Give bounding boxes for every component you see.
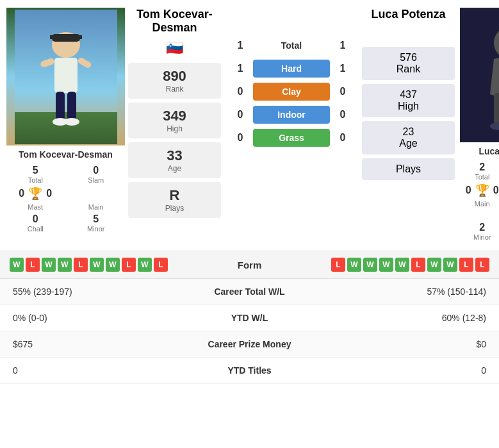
left-slam-value: 0 xyxy=(67,165,126,176)
hard-badge: Hard xyxy=(253,60,330,78)
form-section: WLWWLWWLWL Form LWWWWLWWLL xyxy=(0,251,499,279)
right-form-badges: LWWWWLWWLL xyxy=(331,258,489,272)
svg-rect-5 xyxy=(54,58,78,93)
clay-badge: Clay xyxy=(253,83,330,101)
career-stat-left-0: 55% (239-197) xyxy=(13,286,186,297)
right-age-label: Age xyxy=(365,138,452,149)
career-stat-label-2: Career Prize Money xyxy=(186,339,314,349)
svg-point-11 xyxy=(64,118,79,126)
left-stats-block: Tom Kocevar-Desman 🇸🇮 890 Rank 349 High … xyxy=(125,8,224,222)
right-main-label-row: Main xyxy=(458,200,499,219)
right-form-badge-w: W xyxy=(443,258,457,272)
left-player-block: Tom Kocevar-Desman 5 Total 0 Slam 0 🏆 0 xyxy=(6,8,125,233)
left-minor-label: Minor xyxy=(67,225,126,233)
right-total-stat: 2 Total xyxy=(458,162,499,181)
left-high-label: High xyxy=(131,124,218,133)
left-plays-value: R xyxy=(131,187,218,204)
hard-left-score: 1 xyxy=(227,63,253,74)
left-form-badge-w: W xyxy=(58,258,72,272)
hard-right-score: 1 xyxy=(330,63,356,74)
right-main-value: 0 xyxy=(493,185,499,196)
right-player-photo xyxy=(460,8,500,142)
left-plays-label: Plays xyxy=(131,204,218,213)
left-high-value: 349 xyxy=(131,108,218,124)
right-rank-label: Rank xyxy=(365,63,452,75)
svg-rect-1 xyxy=(15,112,117,144)
right-total-label: Total xyxy=(458,173,499,181)
right-mast-stat: 0 🏆 0 xyxy=(458,183,499,197)
indoor-row: 0 Indoor 0 xyxy=(227,106,356,124)
left-mast-stat: 0 🏆 0 xyxy=(6,187,65,201)
grass-left-score: 0 xyxy=(227,132,253,144)
left-mast-value: 0 xyxy=(19,188,24,199)
right-rank-value: 576 xyxy=(365,52,452,63)
total-right-score: 1 xyxy=(330,40,356,51)
career-stats-row-1: 0% (0-0)YTD W/L60% (12-8) xyxy=(0,305,499,331)
left-player-photo xyxy=(6,8,125,145)
left-form-badges: WLWWLWWLWL xyxy=(10,258,168,272)
right-stats-block: Luca Potenza 576 Rank 437 High 23 Age Pl… xyxy=(359,8,458,184)
left-player-name: Tom Kocevar-Desman xyxy=(128,8,221,35)
main-container: Tom Kocevar-Desman 5 Total 0 Slam 0 🏆 0 xyxy=(0,0,499,384)
left-form-badge-w: W xyxy=(90,258,104,272)
grass-row: 0 Grass 0 xyxy=(227,129,356,147)
left-chall-label: Chall xyxy=(6,225,65,233)
left-form-badge-l: L xyxy=(74,258,88,272)
clay-row: 0 Clay 0 xyxy=(227,83,356,101)
left-plays-box: R Plays xyxy=(128,182,221,218)
right-minor-label: Minor xyxy=(458,233,499,241)
left-form-badge-w: W xyxy=(42,258,56,272)
right-player-image xyxy=(463,11,500,139)
career-stats-row-0: 55% (239-197)Career Total W/L57% (150-11… xyxy=(0,279,499,305)
career-stat-label-0: Career Total W/L xyxy=(186,286,314,297)
left-flag: 🇸🇮 xyxy=(128,40,221,56)
left-main-label: Main xyxy=(67,203,126,211)
right-mast-value: 0 xyxy=(466,185,471,196)
career-stat-right-1: 60% (12-8) xyxy=(314,313,487,323)
indoor-badge: Indoor xyxy=(253,106,330,124)
right-form-badge-w: W xyxy=(379,258,393,272)
career-stats-rows: 55% (239-197)Career Total W/L57% (150-11… xyxy=(0,279,499,384)
left-trophy-icon: 🏆 xyxy=(28,187,42,201)
right-stats-grid: 2 Total 0 Slam 0 🏆 0 Mast Main xyxy=(458,162,499,241)
career-stat-left-1: 0% (0-0) xyxy=(13,313,186,323)
top-row: Tom Kocevar-Desman 5 Total 0 Slam 0 🏆 0 xyxy=(0,0,499,244)
career-stat-label-3: YTD Titles xyxy=(186,365,314,376)
right-form-badge-w: W xyxy=(395,258,409,272)
career-stat-label-1: YTD W/L xyxy=(186,313,314,323)
right-total-value: 2 xyxy=(458,162,499,173)
right-form-badge-l: L xyxy=(459,258,473,272)
svg-rect-8 xyxy=(56,92,65,120)
hard-row: 1 Hard 1 xyxy=(227,60,356,78)
left-minor-stat: 5 Minor xyxy=(67,213,126,233)
left-form-badge-w: W xyxy=(10,258,24,272)
right-player-name: Luca Potenza xyxy=(362,8,455,21)
right-form-badge-w: W xyxy=(363,258,377,272)
total-label: Total xyxy=(253,37,330,54)
left-minor-value: 5 xyxy=(67,213,126,225)
right-player-name-below: Luca Potenza xyxy=(479,146,499,156)
indoor-left-score: 0 xyxy=(227,109,253,120)
left-rank-label: Rank xyxy=(131,85,218,94)
indoor-right-score: 0 xyxy=(330,109,356,120)
left-form-badge-w: W xyxy=(138,258,152,272)
right-form-badge-w: W xyxy=(427,258,441,272)
career-stat-right-2: $0 xyxy=(314,339,487,349)
left-high-box: 349 High xyxy=(128,103,221,138)
left-chall-value: 0 xyxy=(6,213,65,225)
career-stat-right-3: 0 xyxy=(314,365,487,376)
right-trophy-icon: 🏆 xyxy=(475,183,489,197)
career-stat-right-0: 57% (150-114) xyxy=(314,286,487,297)
right-minor-value: 2 xyxy=(458,222,499,233)
right-form-badge-l: L xyxy=(411,258,425,272)
right-minor-stat: 2 Minor xyxy=(458,222,499,241)
left-stats-grid: 5 Total 0 Slam 0 🏆 0 Mast Main xyxy=(6,165,125,233)
left-age-label: Age xyxy=(131,164,218,173)
left-mast-label-row: Mast xyxy=(6,203,65,211)
right-form-badge-l: L xyxy=(331,258,345,272)
left-player-image xyxy=(15,10,117,144)
svg-rect-14 xyxy=(494,93,500,125)
left-chall-stat: 0 Chall xyxy=(6,213,65,233)
left-form-badge-l: L xyxy=(122,258,136,272)
right-high-value: 437 xyxy=(365,89,452,101)
